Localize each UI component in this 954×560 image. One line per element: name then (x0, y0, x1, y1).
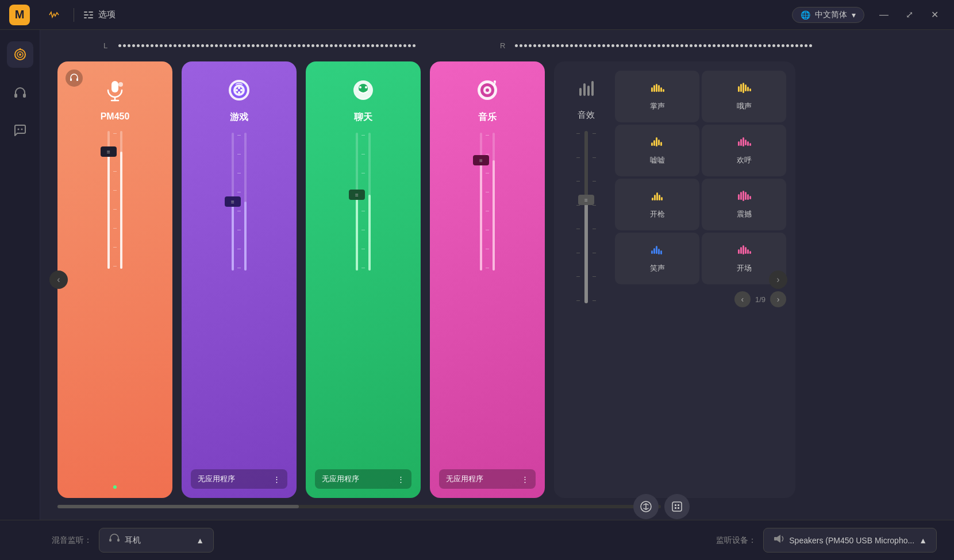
effects-big-slider-track[interactable]: ≡ (584, 131, 588, 303)
pm450-mic-icon (103, 79, 126, 107)
effect-btn-laughter[interactable]: 笑声 (615, 233, 699, 284)
svg-rect-45 (660, 87, 662, 92)
effects-prev-page[interactable]: ‹ (734, 291, 751, 307)
svg-rect-58 (738, 141, 740, 146)
svg-rect-11 (23, 94, 26, 98)
svg-rect-56 (658, 140, 660, 145)
chat-card-icon (352, 79, 375, 107)
svg-rect-40 (591, 81, 594, 96)
chat-dropdown[interactable]: 无应用程序 ⋮ (315, 469, 411, 489)
svg-point-30 (359, 86, 361, 88)
game-slider-left[interactable]: ≡ (232, 133, 234, 271)
svg-point-24 (238, 87, 240, 89)
pm450-slider-left[interactable]: ≡ (107, 131, 110, 269)
laugh-icon (650, 136, 665, 152)
chat-slider-left[interactable]: ≡ (356, 133, 358, 271)
svg-rect-66 (656, 192, 658, 200)
chat-slider-right[interactable] (368, 133, 371, 271)
pm450-slider-right[interactable] (120, 131, 122, 269)
svg-rect-1 (89, 11, 93, 13)
sidebar-item-headphones[interactable] (7, 79, 33, 106)
close-button[interactable]: ✕ (924, 5, 945, 25)
svg-rect-83 (745, 247, 747, 254)
opening-label: 开场 (737, 263, 752, 273)
channel-card-chat: 聊天 ≡ (306, 61, 421, 498)
svg-rect-15 (76, 78, 78, 81)
svg-rect-88 (675, 504, 676, 506)
minimize-button[interactable]: — (874, 5, 894, 25)
svg-rect-82 (743, 245, 744, 254)
game-slider-right[interactable] (244, 133, 247, 271)
svg-rect-14 (70, 78, 72, 81)
headphone-selector[interactable]: 耳机 ▲ (99, 528, 214, 553)
svg-point-35 (486, 88, 489, 92)
svg-point-13 (21, 129, 22, 130)
effects-next-page[interactable]: › (770, 291, 786, 307)
svg-rect-94 (117, 539, 120, 542)
pm450-active-indicator (113, 485, 117, 489)
channel-card-music: 音乐 ≡ (430, 61, 545, 498)
svg-rect-3 (90, 14, 93, 16)
svg-rect-53 (651, 142, 653, 146)
scroll-right-arrow[interactable]: › (769, 271, 787, 289)
channels-area: ‹ (57, 61, 937, 498)
svg-rect-54 (653, 140, 655, 146)
plugins-button[interactable] (664, 494, 690, 519)
svg-rect-75 (651, 250, 653, 254)
svg-rect-78 (658, 249, 660, 254)
speaker-selector[interactable]: Speakers (PM450 USB Micropho... ▲ (763, 528, 937, 553)
svg-rect-64 (652, 198, 653, 200)
titlebar-divider (74, 8, 74, 22)
music-slider-right[interactable] (493, 133, 495, 271)
horizontal-scrollbar[interactable] (57, 505, 661, 508)
headphone-select-icon (109, 533, 120, 547)
cheer-label: 欢呼 (737, 155, 752, 165)
svg-rect-79 (660, 250, 662, 254)
language-selector[interactable]: 🌐 中文简体 ▾ (792, 7, 864, 23)
pm450-slider-area: ≡ (67, 131, 163, 483)
voice-change-button[interactable] (633, 494, 659, 519)
chevron-down-icon: ▾ (852, 10, 856, 20)
effect-btn-clap[interactable]: 掌声 (615, 71, 699, 122)
svg-rect-62 (747, 141, 749, 146)
options-menu[interactable]: 选项 (83, 9, 116, 20)
svg-rect-73 (747, 194, 749, 200)
effect-btn-shaking[interactable]: 震撼 (702, 179, 786, 230)
waveform-button[interactable] (44, 5, 64, 25)
music-dropdown[interactable]: 无应用程序 ⋮ (439, 469, 536, 489)
shaking-icon (737, 190, 752, 206)
svg-rect-44 (658, 85, 660, 92)
effects-pagination: ‹ 1/9 › (615, 291, 786, 307)
svg-rect-10 (14, 94, 17, 98)
bottom-controls (57, 505, 937, 508)
effects-label: 音效 (578, 110, 595, 121)
effect-btn-cheer[interactable]: 欢呼 (702, 125, 786, 176)
effect-btn-booing[interactable]: 哦声 (702, 71, 786, 122)
monitor-device-label: 监听设备： (716, 535, 756, 546)
bottom-left: 混音监听： 耳机 ▲ (52, 528, 716, 553)
scroll-left-arrow[interactable]: ‹ (49, 271, 68, 289)
svg-rect-89 (678, 504, 679, 506)
svg-rect-93 (109, 539, 111, 542)
game-dropdown[interactable]: 无应用程序 ⋮ (191, 469, 287, 489)
music-slider-left[interactable]: ≡ (480, 133, 482, 271)
svg-rect-68 (661, 197, 663, 200)
effects-panel: 音效 (554, 61, 795, 498)
svg-rect-42 (653, 85, 655, 92)
svg-rect-50 (745, 84, 747, 91)
sidebar-item-mixer[interactable] (7, 41, 33, 68)
effect-btn-gunshot[interactable]: 开枪 (615, 179, 699, 230)
maximize-button[interactable]: ⤢ (899, 5, 920, 25)
channel-card-pm450: PM450 ≡ (57, 61, 172, 498)
bottom-right: 监听设备： Speakers (PM450 USB Micropho... ▲ (716, 528, 937, 553)
sidebar-item-feedback[interactable] (7, 117, 33, 144)
clap-label: 掌声 (650, 101, 665, 111)
svg-rect-59 (740, 139, 742, 146)
svg-rect-60 (743, 137, 744, 146)
level-dots-left (118, 44, 494, 47)
mix-monitor-label: 混音监听： (52, 535, 92, 546)
effect-btn-laugh[interactable]: 嘘嘘 (615, 125, 699, 176)
level-dots-right (515, 44, 891, 47)
svg-point-36 (494, 80, 496, 83)
svg-rect-71 (743, 191, 744, 201)
